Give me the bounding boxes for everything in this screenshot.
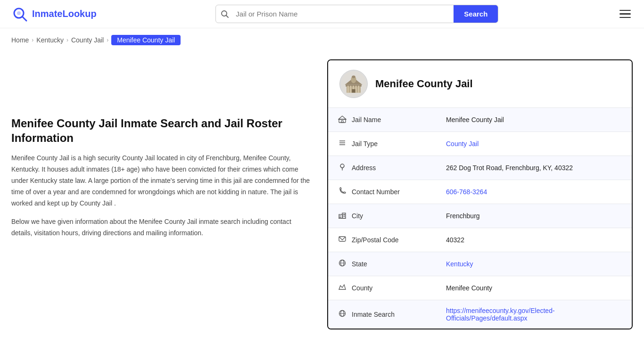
breadcrumb-home[interactable]: Home — [11, 36, 29, 44]
svg-rect-30 — [344, 216, 345, 217]
svg-marker-18 — [339, 116, 346, 119]
logo[interactable]: InmateLookup — [11, 6, 97, 23]
main-content: Menifee County Jail Inmate Search and Ja… — [0, 50, 644, 348]
list-icon — [338, 139, 347, 149]
menu-button[interactable] — [618, 8, 633, 20]
table-value-cell: 262 Dog Trot Road, Frenchburg, KY, 40322 — [437, 156, 632, 180]
jail-avatar-image — [340, 71, 367, 97]
table-value-cell: Menifee County Jail — [437, 108, 632, 132]
breadcrumb-chevron-1: › — [32, 37, 33, 43]
header: InmateLookup Search — [0, 0, 644, 28]
hamburger-line-2 — [619, 13, 631, 15]
jail-info-card: Menifee County Jail Jail Name Menifee Co… — [327, 59, 633, 329]
table-row: Zip/Postal Code 40322 — [328, 228, 632, 252]
table-label-text: Address — [352, 164, 376, 172]
table-value-cell[interactable]: County Jail — [437, 132, 632, 156]
table-row: Address 262 Dog Trot Road, Frenchburg, K… — [328, 156, 632, 180]
svg-point-2 — [17, 11, 21, 15]
page-title: Menifee County Jail Inmate Search and Ja… — [11, 116, 313, 145]
svg-line-4 — [226, 15, 229, 17]
search-icon — [338, 309, 347, 320]
table-value-link[interactable]: 606-768-3264 — [446, 188, 487, 196]
table-label-cell: Jail Name — [328, 108, 437, 132]
table-label-text: County — [352, 284, 372, 292]
zip-icon — [338, 235, 347, 245]
svg-line-1 — [22, 16, 26, 21]
page-description-2: Below we have given information about th… — [11, 216, 313, 239]
table-label-cell: County — [328, 276, 437, 300]
breadcrumb-county-jail[interactable]: County Jail — [71, 36, 104, 44]
county-icon — [338, 283, 347, 293]
table-label-cell: Address — [328, 156, 437, 180]
svg-rect-11 — [355, 86, 357, 93]
table-label-cell: Zip/Postal Code — [328, 228, 437, 252]
search-bar: Search — [215, 5, 498, 23]
globe-icon — [338, 259, 347, 269]
jail-icon — [338, 115, 347, 125]
table-label-cell: City — [328, 204, 437, 228]
svg-point-15 — [352, 75, 355, 78]
breadcrumb-chevron-2: › — [66, 37, 68, 43]
table-label-text: Inmate Search — [352, 311, 395, 318]
svg-rect-32 — [340, 217, 341, 218]
svg-rect-31 — [340, 215, 341, 216]
table-row: Jail Name Menifee County Jail — [328, 108, 632, 132]
table-row: Contact Number 606-768-3264 — [328, 180, 632, 204]
table-value-cell[interactable]: https://menifeecounty.ky.gov/Elected-Off… — [437, 300, 632, 329]
table-label-cell: Jail Type — [328, 132, 437, 156]
table-row: State Kentucky — [328, 252, 632, 276]
breadcrumb: Home › Kentucky › County Jail › Menifee … — [0, 28, 644, 50]
hamburger-line-1 — [619, 10, 631, 11]
table-row: Inmate Search https://menifeecounty.ky.g… — [328, 300, 632, 329]
table-value-cell: 40322 — [437, 228, 632, 252]
table-value-cell: Menifee County — [437, 276, 632, 300]
svg-rect-8 — [347, 86, 349, 93]
card-header: Menifee County Jail — [328, 60, 632, 108]
table-label-text: Jail Name — [352, 116, 381, 123]
svg-rect-28 — [344, 214, 345, 215]
search-input[interactable] — [234, 5, 454, 23]
table-value-link[interactable]: https://menifeecounty.ky.gov/Elected-Off… — [446, 307, 555, 322]
svg-rect-27 — [343, 214, 344, 215]
jail-avatar — [339, 70, 368, 98]
breadcrumb-kentucky[interactable]: Kentucky — [36, 36, 64, 44]
table-label-text: Contact Number — [352, 188, 400, 196]
table-label-cell: State — [328, 252, 437, 276]
jail-card-title: Menifee County Jail — [375, 78, 473, 90]
table-row: City Frenchburg — [328, 204, 632, 228]
city-icon — [338, 211, 347, 221]
search-button[interactable]: Search — [454, 5, 498, 23]
table-row: County Menifee County — [328, 276, 632, 300]
table-label-text: Zip/Postal Code — [352, 236, 399, 244]
svg-rect-16 — [352, 89, 355, 92]
svg-rect-29 — [343, 216, 344, 217]
phone-icon — [338, 187, 347, 197]
table-label-text: City — [352, 212, 363, 220]
svg-rect-12 — [358, 86, 359, 93]
svg-rect-9 — [350, 86, 352, 93]
search-icon — [216, 10, 234, 18]
hamburger-line-3 — [619, 17, 631, 18]
table-row: Jail Type County Jail — [328, 132, 632, 156]
left-panel: Menifee County Jail Inmate Search and Ja… — [11, 59, 313, 329]
logo-icon — [11, 6, 28, 23]
table-label-text: Jail Type — [352, 140, 378, 148]
table-value-link[interactable]: Kentucky — [446, 260, 473, 268]
table-label-text: State — [352, 260, 367, 268]
pin-icon — [338, 163, 347, 173]
table-value-cell[interactable]: 606-768-3264 — [437, 180, 632, 204]
info-table: Jail Name Menifee County Jail Jail Type … — [328, 108, 632, 329]
table-value-cell: Frenchburg — [437, 204, 632, 228]
breadcrumb-chevron-3: › — [107, 37, 108, 43]
page-description-1: Menifee County Jail is a high security C… — [11, 153, 313, 209]
table-label-cell: Contact Number — [328, 180, 437, 204]
breadcrumb-current: Menifee County Jail — [111, 35, 181, 45]
table-value-link[interactable]: County Jail — [446, 140, 479, 148]
table-value-cell[interactable]: Kentucky — [437, 252, 632, 276]
table-label-cell: Inmate Search — [328, 300, 437, 329]
logo-text: InmateLookup — [32, 8, 97, 19]
